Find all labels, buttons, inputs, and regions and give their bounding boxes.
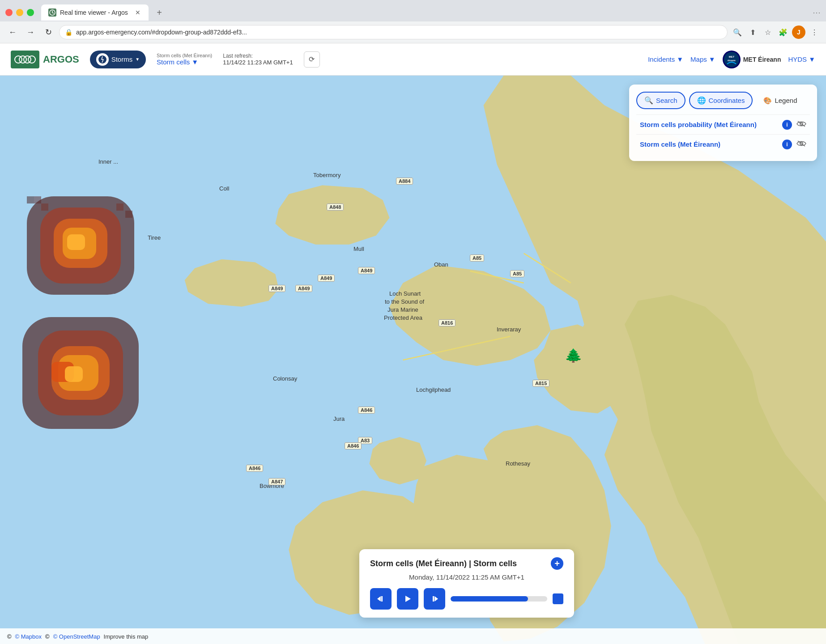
progress-bar-fill [451,596,528,602]
refresh-info: Last refresh: 11/14/22 11:23 AM GMT+1 [223,53,293,66]
url-text: app.argos-emergency.com/#dropdown-group-… [76,29,722,36]
layer1-toggle-icon[interactable] [796,119,806,130]
address-bar[interactable]: 🔒 app.argos-emergency.com/#dropdown-grou… [59,25,728,39]
layer2-label: Storm cells (Met Éireann) [640,140,720,148]
tab-title: Real time viewer - Argos [60,9,128,16]
layer2-toggle-icon[interactable] [796,139,806,149]
met-logo-image: MET éireann [723,51,741,68]
incidents-arrow: ▼ [677,55,683,63]
legend-tab-icon: 🎨 [763,97,772,105]
mapbox-link[interactable]: © Mapbox [15,633,42,640]
storms-dropdown-arrow: ▼ [135,57,140,62]
menu-btn[interactable]: ⋮ [808,26,821,38]
copyright-symbol: © [7,633,12,640]
back-button[interactable]: ← [5,25,20,39]
layer1-info-icon[interactable]: i [782,120,792,130]
popup-date: Monday, 11/14/2022 11:25 AM GMT+1 [370,573,563,581]
met-logo: MET éireann MET Éireann [723,51,781,68]
storms-label: Storms [111,55,133,63]
coordinates-tab-label: Coordinates [709,97,745,104]
svg-marker-38 [434,596,438,602]
layer2-info-icon[interactable]: i [782,140,792,149]
toolbar-icons: 🔍 ⬆ ☆ 🧩 J ⋮ [731,25,821,39]
svg-rect-27 [34,196,41,203]
popup-controls [370,588,563,610]
layer-dropdown-arrow: ▼ [192,58,198,66]
coordinates-tab-icon: 🌐 [697,96,706,105]
svg-rect-25 [65,366,83,382]
layer2-icons: i [782,139,806,149]
rewind-button[interactable] [370,588,392,610]
hyds-dropdown-button[interactable]: HYDS ▼ [788,55,815,63]
tab-favicon [48,8,56,17]
refresh-button[interactable]: ⟳ [304,51,320,68]
maps-dropdown-button[interactable]: Maps ▼ [690,55,715,63]
logo: ARGOS [11,51,79,68]
svg-rect-28 [41,203,48,211]
refresh-time: 11/14/22 11:23 AM GMT+1 [223,59,293,66]
tab-close[interactable]: ✕ [135,9,141,16]
new-tab-button[interactable]: + [152,5,166,20]
storms-dropdown-button[interactable]: Storms ▼ [90,51,146,68]
play-button[interactable] [397,588,418,610]
maximize-dot[interactable] [27,9,34,16]
svg-rect-36 [381,596,383,602]
control-panel-tabs: 🔍 Search 🌐 Coordinates 🎨 Legend [636,92,810,109]
app-header: ARGOS Storms ▼ Storm cells (Met Éireann)… [0,43,826,76]
osm-link[interactable]: © OpenStreetMap [53,633,100,640]
svg-marker-35 [377,596,381,602]
map-container[interactable]: 🌲 [0,76,826,644]
legend-tab-label: Legend [775,97,797,104]
svg-rect-26 [27,196,34,203]
progress-bar[interactable] [451,596,547,602]
browser-toolbar: ← → ↻ 🔒 app.argos-emergency.com/#dropdow… [0,21,826,43]
improve-link[interactable]: Improve this map [104,633,149,640]
met-text: MET Éireann [743,56,781,63]
forward-button[interactable] [424,588,445,610]
header-right: Incidents ▼ Maps ▼ MET éireann MET Éirea… [648,51,815,68]
search-icon-btn[interactable]: 🔍 [731,26,744,38]
layer-title: Storm cells (Met Éireann) [157,53,212,58]
account-btn[interactable]: J [792,25,805,39]
svg-rect-29 [116,203,123,211]
bookmark-icon-btn[interactable]: ☆ [762,26,774,38]
extension-btn[interactable]: 🧩 [777,26,789,38]
layer-value[interactable]: Storm cells ▼ [157,58,212,66]
reload-button[interactable]: ↻ [41,25,55,39]
separator: © [45,633,50,640]
legend-tab[interactable]: 🎨 Legend [756,93,804,108]
browser-tab[interactable]: Real time viewer - Argos ✕ [41,4,149,21]
coordinates-tab[interactable]: 🌐 Coordinates [689,92,753,109]
svg-text:éireann: éireann [728,59,736,62]
search-tab[interactable]: 🔍 Search [636,92,685,109]
search-tab-label: Search [656,97,677,104]
layer-row-1: Storm cells probability (Met Éireann) i [636,114,810,134]
svg-rect-19 [67,234,85,250]
refresh-label: Last refresh: [223,53,293,59]
svg-rect-39 [433,596,434,602]
logo-text: ARGOS [43,54,79,65]
forward-button[interactable]: → [23,25,38,39]
window-controls: ⋯ [807,8,821,17]
incidents-dropdown-button[interactable]: Incidents ▼ [648,55,683,63]
storms-icon [96,53,109,66]
minimize-dot[interactable] [16,9,23,16]
popup-title-text: Storm cells (Met Éireann) | Storm cells [370,559,517,568]
popup-expand-button[interactable]: + [551,557,563,570]
layer1-label: Storm cells probability (Met Éireann) [640,121,757,128]
layer-row-2: Storm cells (Met Éireann) i [636,134,810,154]
browser-titlebar: Real time viewer - Argos ✕ + ⋯ [0,0,826,21]
svg-rect-30 [125,211,132,218]
logo-image [11,51,39,68]
share-icon-btn[interactable]: ⬆ [746,26,759,38]
search-tab-icon: 🔍 [644,96,653,105]
hyds-arrow: ▼ [809,55,815,63]
layer1-icons: i [782,119,806,130]
control-panel: 🔍 Search 🌐 Coordinates 🎨 Legend Storm ce… [629,85,817,161]
map-background: 🌲 [0,76,826,644]
svg-text:MET: MET [728,55,734,58]
svg-marker-37 [405,596,411,602]
layer-selector: Storm cells (Met Éireann) Storm cells ▼ [157,53,212,66]
close-dot[interactable] [5,9,13,16]
bottom-bar: © © Mapbox © © OpenStreetMap Improve thi… [0,628,826,644]
